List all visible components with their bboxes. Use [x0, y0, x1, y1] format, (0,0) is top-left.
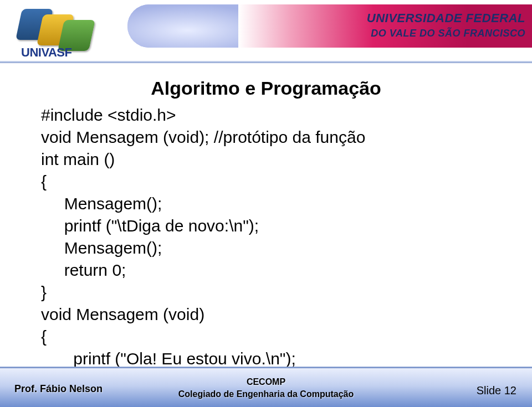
university-line1: UNIVERSIDADE FEDERAL — [259, 11, 525, 25]
footer-cecomp: CECOMP — [247, 377, 285, 387]
slide-title: Algoritmo e Programação — [0, 78, 532, 99]
header-pink-banner: UNIVERSIDADE FEDERAL DO VALE DO SÃO FRAN… — [238, 4, 532, 48]
code-block: #include <stdio.h> void Mensagem (void);… — [41, 104, 495, 392]
university-name: UNIVERSIDADE FEDERAL DO VALE DO SÃO FRAN… — [259, 11, 525, 39]
header-divider — [0, 61, 532, 63]
footer-colegiado: Colegiado de Engenharia da Computação — [178, 389, 354, 399]
footer: Prof. Fábio Nelson CECOMP Colegiado de E… — [0, 368, 532, 407]
slide-number: Slide 12 — [477, 384, 516, 397]
header-bar-bg: UNIVERSIDADE FEDERAL DO VALE DO SÃO FRAN… — [127, 4, 532, 48]
slide: UNIVASF UNIVERSIDADE FEDERAL DO VALE DO … — [0, 0, 532, 407]
logo-univasf: UNIVASF — [16, 7, 99, 56]
header-bar: UNIVERSIDADE FEDERAL DO VALE DO SÃO FRAN… — [127, 4, 532, 48]
university-line2: DO VALE DO SÃO FRANCISCO — [259, 28, 525, 39]
footer-center: CECOMP Colegiado de Engenharia da Comput… — [0, 376, 532, 400]
header: UNIVASF UNIVERSIDADE FEDERAL DO VALE DO … — [0, 0, 532, 66]
logo-text: UNIVASF — [21, 45, 71, 60]
